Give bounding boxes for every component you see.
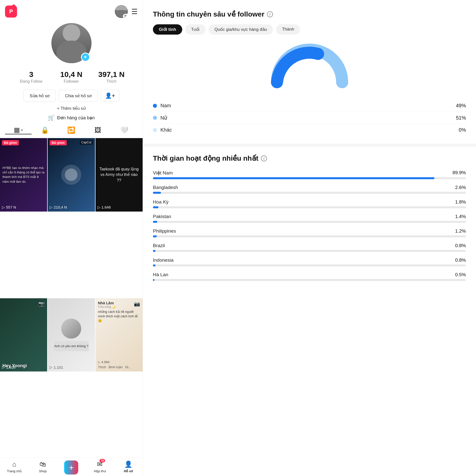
video-views-3: ▷ 1.646 bbox=[98, 205, 111, 210]
play-icon-3: ▷ bbox=[98, 205, 101, 210]
country-pct-vietnam: 89.9% bbox=[452, 170, 466, 176]
country-pct-usa: 1.8% bbox=[455, 199, 466, 205]
video-cell-6[interactable]: 📷 Nhà Lâm Vừa xong 🌙 những cách trả lời … bbox=[96, 298, 143, 372]
video-time-6: Vừa xong 🌙 bbox=[98, 305, 140, 309]
video-views-1: ▷ 557 N bbox=[2, 205, 16, 210]
heart-icon: 🤍 bbox=[120, 126, 128, 134]
country-indonesia: Indonesia 0.8% bbox=[153, 257, 466, 266]
filter-tab-time[interactable]: Thành bbox=[276, 24, 300, 35]
female-label: Nữ bbox=[160, 115, 167, 121]
tab-icons-row: ▦ ▾ 🔒 🔁 🖼 🤍 bbox=[0, 123, 143, 138]
other-pct: 0% bbox=[459, 127, 466, 133]
country-pct-netherlands: 0.5% bbox=[455, 272, 466, 277]
country-brazil: Brazil 0.8% bbox=[153, 243, 466, 252]
stats-row: 3 Đang Follow 10,4 N Follower 397,1 N Th… bbox=[5, 70, 138, 84]
video-grid: HYBE tạo ra nhóm nhạc mà chỉ cần 6 tháng… bbox=[0, 138, 143, 458]
tab-photo-icon[interactable]: 🖼 bbox=[84, 126, 111, 134]
video-cell-4[interactable]: 📷 Hey Yoongi ▷ 1.408 bbox=[0, 298, 47, 372]
nav-home-label: Trang chủ bbox=[7, 469, 22, 473]
tab-lock-icon[interactable]: 🔒 bbox=[32, 126, 58, 134]
top-bar: P 38 ☰ bbox=[0, 0, 143, 21]
follower-info-icon[interactable]: i bbox=[267, 11, 273, 17]
nav-profile-label: Hồ sơ bbox=[124, 469, 133, 473]
activity-info-icon[interactable]: i bbox=[261, 155, 267, 161]
comment-label-6[interactable]: Bình luận bbox=[109, 365, 123, 369]
like-label-6[interactable]: Thích bbox=[98, 365, 106, 369]
video-views-5: ▷ 1.101 bbox=[50, 365, 63, 369]
inbox-icon-wrapper: ✉ 70 bbox=[97, 460, 103, 468]
hamburger-menu-icon[interactable]: ☰ bbox=[131, 8, 138, 16]
country-name-netherlands: Hà Lan bbox=[153, 272, 168, 277]
action-buttons: Sửa hồ sơ Chia sẻ hồ sơ 👤+ bbox=[5, 90, 138, 102]
left-panel: P 38 ☰ + bbox=[0, 0, 143, 476]
tab-liked-icon[interactable]: 🤍 bbox=[111, 126, 138, 134]
video-cell-1[interactable]: HYBE tạo ra nhóm nhạc mà chỉ cần 6 tháng… bbox=[0, 138, 47, 212]
stat-followers[interactable]: 10,4 N Follower bbox=[51, 70, 91, 84]
share-profile-button[interactable]: Chia sẻ hồ sơ bbox=[59, 90, 98, 102]
profile-avatar-small[interactable]: 38 bbox=[115, 5, 128, 18]
country-pct-philippines: 1.2% bbox=[455, 228, 466, 234]
legend-other: Khác 0% bbox=[153, 124, 466, 136]
legend-female: Nữ 51% bbox=[153, 112, 466, 124]
nav-shop[interactable]: 🛍 Shop bbox=[29, 460, 57, 474]
following-label: Đang Follow bbox=[20, 79, 42, 84]
play-icon-1: ▷ bbox=[2, 205, 5, 210]
nav-shop-label: Shop bbox=[39, 469, 47, 473]
add-bio-link[interactable]: + Thêm tiểu sử bbox=[57, 106, 86, 111]
country-bars: Việt Nam 89.9% Bangladesh 2.6% Hoa Kỳ 1.… bbox=[153, 170, 466, 287]
video-cell-3[interactable]: Taekook đã quay lặng vs Army như thế nào… bbox=[96, 138, 143, 212]
following-count: 3 bbox=[29, 70, 33, 79]
right-panel: Thông tin chuyên sâu về follower i Giới … bbox=[143, 0, 476, 476]
female-dot bbox=[153, 116, 157, 120]
filter-tab-gender[interactable]: Giới tính bbox=[153, 24, 182, 35]
male-label: Nam bbox=[160, 103, 171, 109]
activity-title: Thời gian hoạt động nhiều nhất i bbox=[153, 154, 466, 162]
avatar-add-button[interactable]: + bbox=[81, 53, 90, 62]
nav-profile[interactable]: 👤 Hồ sơ bbox=[114, 460, 143, 474]
section-divider bbox=[143, 144, 476, 147]
nav-home[interactable]: ⌂ Trang chủ bbox=[0, 460, 29, 474]
nav-create[interactable]: + bbox=[57, 460, 86, 474]
p-badge-icon[interactable]: P bbox=[5, 6, 17, 18]
legend-male: Nam 49% bbox=[153, 100, 466, 112]
country-pct-bangladesh: 2.6% bbox=[455, 185, 466, 190]
gender-legend: Nam 49% Nữ 51% Khác 0% bbox=[153, 100, 466, 136]
home-icon: ⌂ bbox=[12, 460, 16, 468]
add-friend-button[interactable]: 👤+ bbox=[101, 90, 119, 102]
tab-grid-icon[interactable]: ▦ ▾ bbox=[5, 126, 32, 134]
top-bar-left: P bbox=[5, 6, 17, 18]
add-friend-icon: 👤+ bbox=[105, 92, 115, 99]
country-philippines: Philippines 1.2% bbox=[153, 228, 466, 237]
country-name-vietnam: Việt Nam bbox=[153, 170, 173, 176]
stat-likes[interactable]: 397,1 N Thích bbox=[91, 70, 132, 84]
male-dot bbox=[153, 104, 157, 108]
likes-count: 397,1 N bbox=[98, 70, 125, 79]
male-pct: 49% bbox=[456, 103, 466, 109]
country-name-brazil: Brazil bbox=[153, 243, 165, 248]
lock-icon: 🔒 bbox=[41, 126, 49, 134]
country-bangladesh: Bangladesh 2.6% bbox=[153, 185, 466, 194]
bar-fill-brazil bbox=[153, 250, 155, 252]
bar-fill-usa bbox=[153, 206, 158, 208]
create-post-button[interactable]: + bbox=[64, 460, 78, 474]
inbox-badge-count: 70 bbox=[100, 459, 105, 462]
nav-inbox[interactable]: ✉ 70 Hộp thư bbox=[85, 460, 114, 474]
share-label-6[interactable]: Gi... bbox=[125, 365, 131, 369]
tab-repost-icon[interactable]: 🔁 bbox=[58, 126, 85, 134]
edit-profile-button[interactable]: Sửa hồ sơ bbox=[23, 90, 56, 102]
country-vietnam: Việt Nam 89.9% bbox=[153, 170, 466, 179]
filter-tab-age[interactable]: Tuổi bbox=[185, 24, 206, 35]
video-badge-pinned-1: Đã ghim bbox=[2, 140, 19, 145]
donut-svg bbox=[269, 42, 350, 92]
plus-icon: + bbox=[69, 463, 74, 472]
followers-label: Follower bbox=[64, 79, 79, 84]
order-row[interactable]: 🛒 Đơn hàng của bạn bbox=[48, 115, 95, 121]
filter-tab-country[interactable]: Quốc gia/khu vực hàng đầu bbox=[209, 24, 273, 35]
profile-section: + 3 Đang Follow 10,4 N Follower 397,1 N … bbox=[0, 21, 143, 121]
video-text-1: HYBE tạo ra nhóm nhạc mà chỉ cần 6 tháng… bbox=[3, 166, 45, 184]
video-cell-2[interactable]: Đã ghim CapCut ▷ 210,4 N bbox=[48, 138, 95, 212]
video-cell-5[interactable]: Anh có yêu em không ? ▷ 1.101 bbox=[48, 298, 95, 372]
stat-following[interactable]: 3 Đang Follow bbox=[11, 70, 51, 84]
bar-fill-vietnam bbox=[153, 177, 434, 179]
country-pct-brazil: 0.8% bbox=[455, 243, 466, 248]
